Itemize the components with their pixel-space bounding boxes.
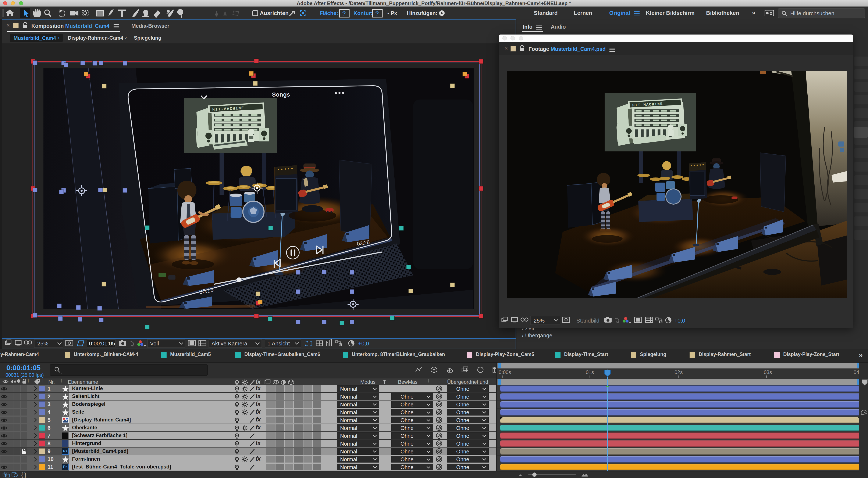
svg-text:25%: 25% [37,340,48,347]
svg-text:Voll: Voll [150,340,159,347]
svg-text:Aktive Kamera: Aktive Kamera [212,340,248,347]
svg-text:1 Ansicht: 1 Ansicht [268,340,290,347]
svg-text:?: ? [375,10,379,17]
svg-text:Fläche:: Fläche: [319,10,338,16]
svg-text:Standbild: Standbild [577,317,599,324]
svg-text:+0,0: +0,0 [358,340,369,347]
svg-text:- Px: - Px [388,10,397,16]
svg-text:+0,0: +0,0 [674,317,685,324]
svg-text:?: ? [342,10,346,17]
svg-text:Kontur:: Kontur: [353,10,373,16]
svg-text:Hinzufügen:: Hinzufügen: [407,10,437,16]
svg-text:Songs: Songs [272,91,290,98]
svg-text:0:00:01:05: 0:00:01:05 [89,340,115,347]
svg-text:25%: 25% [534,317,545,324]
svg-text:Ausrichten: Ausrichten [260,10,289,16]
